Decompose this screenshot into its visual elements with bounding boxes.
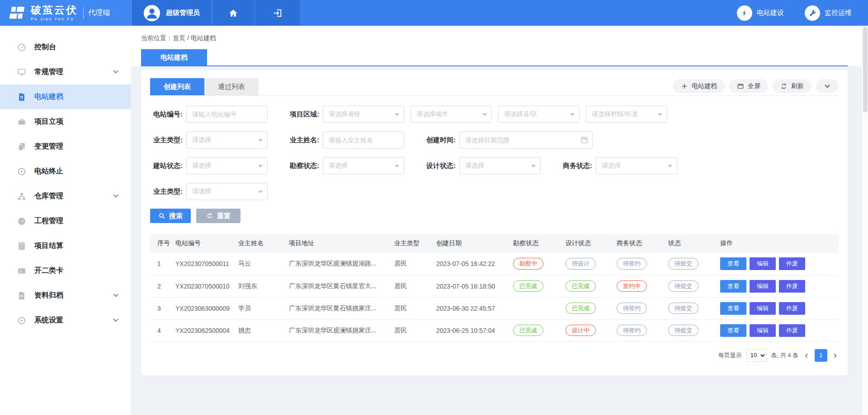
sidebar-item-station-termination[interactable]: 电站终止: [0, 159, 131, 184]
edit-button[interactable]: 编辑: [750, 302, 776, 315]
create-station-archive-button[interactable]: 电站建档: [673, 79, 725, 93]
cell-business-status: 待签约: [613, 319, 665, 341]
survey-status-select[interactable]: 请选择: [323, 157, 404, 174]
reset-icon: [206, 212, 213, 219]
calendar-icon: [580, 135, 589, 144]
cell-business-status: 待签约: [613, 253, 665, 275]
sidebar-item-station-archive[interactable]: 电站建档: [0, 84, 131, 109]
create-time-input[interactable]: [460, 136, 592, 144]
filter-label: 创建时间:: [423, 136, 456, 145]
view-button[interactable]: 查看: [720, 280, 746, 293]
next-page-button[interactable]: ›: [832, 350, 839, 360]
filter-label: 业主姓名:: [287, 136, 319, 145]
project-region-select-3[interactable]: 请选择县/区: [498, 106, 580, 123]
sidebar-item-system-settings[interactable]: 系统设置: [0, 308, 131, 333]
view-button[interactable]: 查看: [720, 302, 746, 315]
page-1-button[interactable]: 1: [815, 349, 827, 362]
sidebar-item-engineering-management[interactable]: 工程管理: [0, 209, 131, 233]
business-status-badge: 待签约: [617, 258, 647, 270]
survey-status-badge: 勘察中: [513, 258, 543, 270]
sidebar-item-project-settlement[interactable]: 项目结算: [0, 233, 131, 258]
edit-button[interactable]: 编辑: [750, 257, 776, 270]
logout-button[interactable]: [255, 0, 300, 26]
sidebar-item-warehouse-management[interactable]: 仓库管理: [0, 184, 131, 209]
user-menu[interactable]: 超级管理员: [131, 0, 212, 26]
station-code-input[interactable]: [187, 111, 267, 118]
void-button[interactable]: 作废: [779, 302, 805, 315]
cell-address: 广东深圳龙华区黄石镇姚家庄...: [285, 297, 391, 319]
business-status-select[interactable]: 请选择: [596, 157, 677, 174]
scrollbar-thumb[interactable]: [863, 27, 868, 112]
create-station-archive-label: 电站建档: [692, 82, 717, 90]
cell-survey-status: 已完成: [509, 275, 562, 297]
reset-button[interactable]: 重置: [196, 209, 241, 223]
void-button[interactable]: 作废: [779, 257, 805, 270]
void-button[interactable]: 作废: [779, 280, 805, 293]
sidebar-item-data-archive[interactable]: 资料归档: [0, 283, 131, 308]
table-row: 3YX2023063000009学员广东深圳龙华区黄石镇姚家庄...居民2023…: [150, 297, 839, 319]
search-button-label: 搜索: [169, 212, 183, 220]
caret-down-icon: [258, 191, 263, 193]
page-size-select[interactable]: 10: [746, 349, 767, 362]
search-button[interactable]: 搜索: [150, 209, 191, 223]
user-name: 超级管理员: [166, 9, 200, 17]
project-region-select-4[interactable]: 请选择村镇/街道: [586, 106, 667, 123]
sidebar-item-console[interactable]: 控制台: [0, 35, 131, 60]
prev-page-button[interactable]: ‹: [803, 350, 810, 360]
circle-dot-icon: [17, 167, 26, 176]
cell-actions: 查看编辑作废: [717, 297, 839, 319]
design-status-select[interactable]: 请选择: [459, 157, 541, 174]
build-status-select[interactable]: 请选择: [186, 157, 268, 174]
collapse-button[interactable]: [816, 79, 839, 93]
sidebar-item-change-management[interactable]: 变更管理: [0, 134, 131, 159]
cell-owner-type: 居民: [391, 319, 433, 341]
refresh-button[interactable]: 刷新: [773, 79, 811, 93]
edit-button[interactable]: 编辑: [750, 324, 776, 337]
column-header: 电站编号: [172, 234, 235, 253]
project-region-select-1[interactable]: 请选择省份: [323, 106, 404, 123]
cell-owner-name: 马云: [235, 253, 285, 275]
select-placeholder: 请选择: [192, 187, 211, 196]
calculator-icon: [17, 242, 26, 251]
filter-buttons: 搜索 重置: [150, 209, 839, 223]
view-button[interactable]: 查看: [720, 324, 746, 337]
header-nav-monitor-ops[interactable]: 监控运维: [805, 5, 852, 21]
scrollbar[interactable]: [862, 26, 868, 415]
edit-button[interactable]: 编辑: [750, 280, 776, 293]
sidebar-item-project-initiation[interactable]: 项目立项: [0, 109, 131, 134]
home-button[interactable]: [212, 0, 255, 26]
owner-type-select[interactable]: 请选择: [186, 131, 268, 149]
per-page-label: 每页显示: [718, 351, 742, 359]
header-nav-station-build[interactable]: 电站建设: [737, 5, 784, 21]
sitemap-icon: [17, 192, 26, 201]
owner-type-2-select[interactable]: 请选择: [186, 183, 268, 200]
project-region-select-2[interactable]: 请选择城市: [410, 106, 492, 123]
table-row: 2YX2023070500010刘强东广东深圳龙华区黄石镇星官大...居民202…: [150, 275, 839, 297]
filter-field-build-status: 建站状态:请选择: [150, 157, 268, 174]
void-button[interactable]: 作废: [779, 324, 805, 337]
page-tab-station-archive[interactable]: 电站建档: [141, 49, 207, 65]
sidebar-item-general-management[interactable]: 常规管理: [0, 60, 131, 84]
breadcrumb-separator: /: [185, 34, 191, 42]
station-code-field: [186, 106, 268, 123]
table-row: 4YX2023062500004姚忠广东深圳龙华区观澜镇姚家庄...居民2023…: [150, 319, 839, 341]
filter-label: 商务状态:: [560, 162, 592, 170]
caret-down-icon: [531, 165, 536, 168]
view-button[interactable]: 查看: [720, 257, 746, 270]
sidebar-item-second-type-card[interactable]: 开二类卡: [0, 258, 131, 283]
tab-create-list[interactable]: 创建列表: [150, 78, 204, 95]
caret-down-icon: [395, 165, 399, 168]
select-placeholder: 请选择: [465, 162, 484, 170]
tab-approved-list[interactable]: 通过列表: [204, 78, 259, 95]
design-status-badge: 已完成: [566, 303, 596, 314]
breadcrumb-home[interactable]: 首页: [173, 34, 185, 42]
fullscreen-icon: [737, 83, 744, 90]
filter-field-owner-type-2: 业主类型:请选择: [150, 183, 268, 200]
owner-name-field: [323, 131, 404, 149]
column-header: 操作: [717, 234, 839, 253]
fullscreen-button[interactable]: 全屏: [729, 79, 768, 93]
filter-field-station-code: 电站编号:: [150, 106, 268, 123]
owner-name-input[interactable]: [323, 136, 404, 144]
caret-down-icon: [658, 113, 662, 116]
content-area: 创建列表通过列表 电站建档全屏刷新 电站编号:项目区域:请选择省份请选择城市请选…: [131, 66, 868, 375]
